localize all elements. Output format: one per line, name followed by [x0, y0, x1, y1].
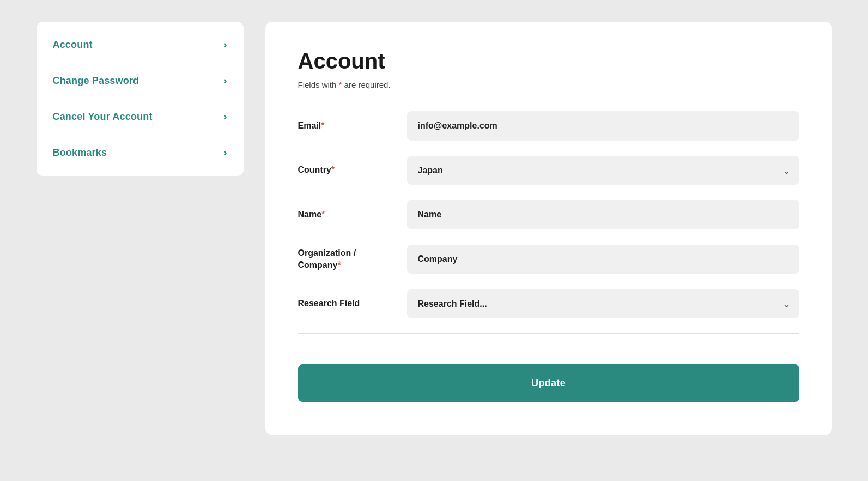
- chevron-right-icon: ›: [224, 39, 227, 51]
- name-input[interactable]: [407, 200, 799, 229]
- label-research-field: Research Field: [298, 297, 396, 309]
- sidebar-item-account[interactable]: Account ›: [37, 27, 244, 63]
- research-field-select-wrapper: Research Field... Biology Chemistry Phys…: [407, 289, 799, 318]
- sidebar-item-label-change-password: Change Password: [53, 75, 139, 87]
- chevron-right-icon: ›: [224, 75, 227, 87]
- organization-input[interactable]: [407, 245, 799, 274]
- chevron-right-icon: ›: [224, 111, 227, 123]
- account-form: Email* Country* Japan United States Unit…: [298, 111, 799, 402]
- required-note-text: Fields with: [298, 80, 337, 89]
- form-divider: [298, 333, 799, 334]
- form-row-research-field: Research Field Research Field... Biology…: [298, 289, 799, 318]
- form-row-email: Email*: [298, 111, 799, 141]
- page-title: Account: [298, 49, 799, 74]
- asterisk-country: *: [331, 165, 335, 174]
- sidebar-item-label-bookmarks: Bookmarks: [53, 147, 107, 159]
- sidebar-item-label-cancel-account: Cancel Your Account: [53, 111, 153, 123]
- country-select[interactable]: Japan United States United Kingdom Germa…: [407, 156, 799, 185]
- chevron-right-icon: ›: [224, 147, 227, 159]
- main-content: Account Fields with * are required. Emai…: [265, 22, 832, 435]
- form-row-country: Country* Japan United States United King…: [298, 156, 799, 185]
- sidebar: Account › Change Password › Cancel Your …: [37, 22, 244, 176]
- label-country: Country*: [298, 164, 396, 176]
- required-asterisk-note: *: [339, 80, 344, 89]
- sidebar-item-label-account: Account: [53, 39, 93, 51]
- research-field-select[interactable]: Research Field... Biology Chemistry Phys…: [407, 289, 799, 318]
- asterisk-organization: *: [337, 260, 341, 270]
- sidebar-item-bookmarks[interactable]: Bookmarks ›: [37, 135, 244, 171]
- sidebar-item-cancel-account[interactable]: Cancel Your Account ›: [37, 99, 244, 135]
- update-button[interactable]: Update: [298, 364, 799, 402]
- asterisk-email: *: [321, 121, 324, 130]
- page-layout: Account › Change Password › Cancel Your …: [37, 22, 832, 435]
- required-note-suffix: are required.: [344, 80, 391, 89]
- email-input[interactable]: [407, 111, 799, 141]
- required-note: Fields with * are required.: [298, 80, 799, 89]
- asterisk-name: *: [321, 210, 325, 219]
- label-name: Name*: [298, 209, 396, 221]
- label-email: Email*: [298, 120, 396, 132]
- form-row-name: Name*: [298, 200, 799, 229]
- form-row-organization: Organization /Company*: [298, 245, 799, 274]
- sidebar-item-change-password[interactable]: Change Password ›: [37, 63, 244, 99]
- label-organization: Organization /Company*: [298, 247, 396, 272]
- country-select-wrapper: Japan United States United Kingdom Germa…: [407, 156, 799, 185]
